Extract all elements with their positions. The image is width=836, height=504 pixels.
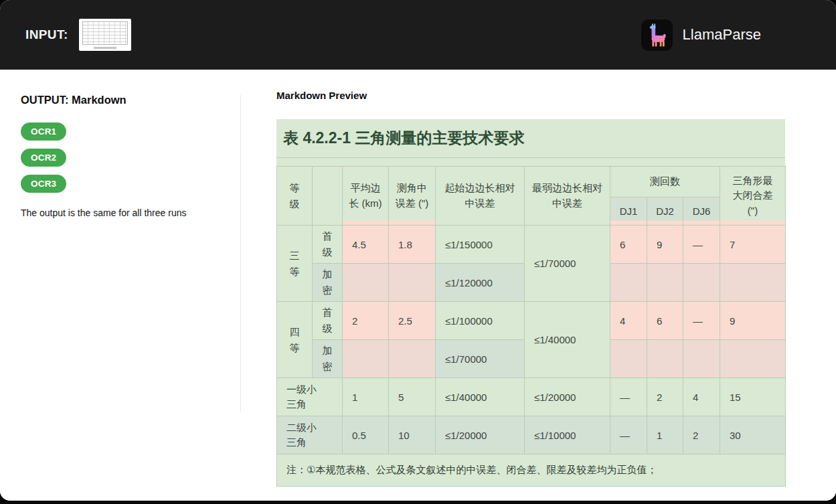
cell-grade-second-small: 二级小三角: [277, 416, 343, 454]
table-cell: [389, 340, 436, 378]
table-cell: —: [610, 378, 647, 416]
cell-sublevel: 首级: [313, 302, 343, 340]
runs-note: The output is the same for all three run…: [21, 207, 221, 218]
table-cell: 4.5: [343, 226, 389, 264]
table-cell: 1: [647, 416, 683, 454]
header-dj1: DJ1: [610, 197, 647, 226]
table-cell: 2: [343, 302, 389, 340]
markdown-preview-panel: Markdown Preview 表 4.2.2-1 三角测量的主要技术要求 等…: [241, 70, 836, 501]
document-title: 表 4.2.2-1 三角测量的主要技术要求: [276, 119, 785, 157]
header-avg-side-length: 平均边长 (km): [343, 167, 389, 226]
table-cell: [683, 340, 720, 378]
table-cell: [720, 340, 786, 378]
table-cell: ≤1/40000: [525, 302, 610, 378]
header-rounds: 测回数: [610, 167, 720, 197]
cell-sublevel: 首级: [313, 226, 343, 264]
table-cell: 2.5: [389, 302, 436, 340]
table-cell: [720, 264, 786, 302]
content-area: OUTPUT: Markdown OCR1 OCR2 OCR3 The outp…: [0, 70, 836, 501]
table-row: 四等 首级 2 2.5 ≤1/100000 ≤1/40000 4 6 — 9: [277, 302, 786, 340]
table-cell: ≤1/150000: [436, 226, 525, 264]
thumbnail-caption-line: [94, 47, 116, 49]
table-cell: ≤1/10000: [525, 416, 610, 454]
table-cell: 10: [389, 416, 436, 454]
markdown-document: 表 4.2.2-1 三角测量的主要技术要求 等级 平均边长 (km): [276, 119, 785, 487]
table-cell: 5: [389, 378, 436, 416]
cell-grade-fourth: 四等: [277, 302, 313, 378]
ocr3-button[interactable]: OCR3: [21, 175, 66, 193]
cell-sublevel: 加密: [313, 340, 343, 378]
table-cell: 1.8: [389, 226, 436, 264]
cell-grade-first-small: 一级小三角: [277, 378, 343, 416]
table-cell: 9: [720, 302, 786, 340]
table-cell: [610, 340, 647, 378]
header-dj6: DJ6: [683, 197, 720, 226]
header-weakest-side-error: 最弱边边长相对中误差: [525, 167, 610, 226]
table-cell: ≤1/100000: [436, 302, 525, 340]
table-cell: ≤1/120000: [436, 264, 525, 302]
table-cell: 9: [647, 226, 683, 264]
llama-logo-icon: [641, 19, 673, 51]
cell-grade-third: 三等: [277, 226, 313, 302]
title-divider: [276, 157, 785, 158]
table-cell: 6: [610, 226, 647, 264]
table-footnote: 注：①本规范表格、公式及条文叙述中的中误差、闭合差、限差及较差均为正负值；: [277, 454, 786, 487]
header-start-side-error: 起始边边长相对中误差: [436, 167, 525, 226]
table-cell: [389, 264, 436, 302]
table-row: 二级小三角 0.5 10 ≤1/20000 ≤1/10000 — 1 2 30: [277, 416, 786, 454]
table-footnote-row: 注：①本规范表格、公式及条文叙述中的中误差、闭合差、限差及较差均为正负值；: [277, 454, 786, 487]
table-cell: [343, 340, 389, 378]
brand: LlamaParse: [641, 19, 836, 51]
preview-heading: Markdown Preview: [276, 90, 836, 101]
table-cell: —: [683, 302, 720, 340]
table-cell: 7: [720, 226, 786, 264]
thumbnail-table-image: [82, 21, 128, 45]
table-cell: —: [683, 226, 720, 264]
app-window: INPUT:: [0, 0, 836, 501]
table-cell: ≤1/70000: [525, 226, 610, 302]
table-cell: [647, 340, 683, 378]
table-cell: [647, 264, 683, 302]
table-cell: —: [610, 416, 647, 454]
header-dj2: DJ2: [647, 197, 683, 226]
table-cell: ≤1/40000: [436, 378, 525, 416]
ocr1-button[interactable]: OCR1: [21, 122, 66, 141]
header-closure: 三角形最大闭合差 ("): [720, 167, 786, 226]
table-cell: ≤1/20000: [525, 378, 610, 416]
triangulation-table: 等级 平均边长 (km) 测角中误差 (") 起始边边长相对中误差 最弱边边长相…: [276, 166, 786, 487]
table-cell: 0.5: [343, 416, 389, 454]
table-cell: ≤1/20000: [436, 416, 525, 454]
cell-sublevel: 加密: [313, 264, 343, 302]
top-header-bar: INPUT:: [0, 0, 836, 70]
table-row: 一级小三角 1 5 ≤1/40000 ≤1/20000 — 2 4 15: [277, 378, 786, 416]
output-title: OUTPUT: Markdown: [21, 94, 221, 106]
ocr2-button[interactable]: OCR2: [21, 149, 66, 167]
input-thumbnail[interactable]: [79, 19, 131, 51]
table-cell: 4: [610, 302, 647, 340]
input-label: INPUT:: [25, 27, 68, 42]
table-cell: 2: [683, 416, 720, 454]
table-cell: 30: [720, 416, 786, 454]
table-cell: 4: [683, 378, 720, 416]
table-cell: 6: [647, 302, 683, 340]
table-cell: [343, 264, 389, 302]
table-cell: [610, 264, 647, 302]
table-row: 三等 首级 4.5 1.8 ≤1/150000 ≤1/70000 6 9 — 7: [277, 226, 786, 264]
output-sidebar: OUTPUT: Markdown OCR1 OCR2 OCR3 The outp…: [0, 70, 241, 501]
table-cell: 1: [343, 378, 389, 416]
header-grade: 等级: [277, 167, 313, 226]
table-cell: 15: [720, 378, 786, 416]
table-cell: [683, 264, 720, 302]
table-cell: ≤1/70000: [436, 340, 525, 378]
header-angle-error: 测角中误差 ("): [389, 167, 436, 226]
header-sublevel-blank: [313, 167, 343, 226]
brand-name: LlamaParse: [683, 26, 761, 44]
table-cell: 2: [647, 378, 683, 416]
